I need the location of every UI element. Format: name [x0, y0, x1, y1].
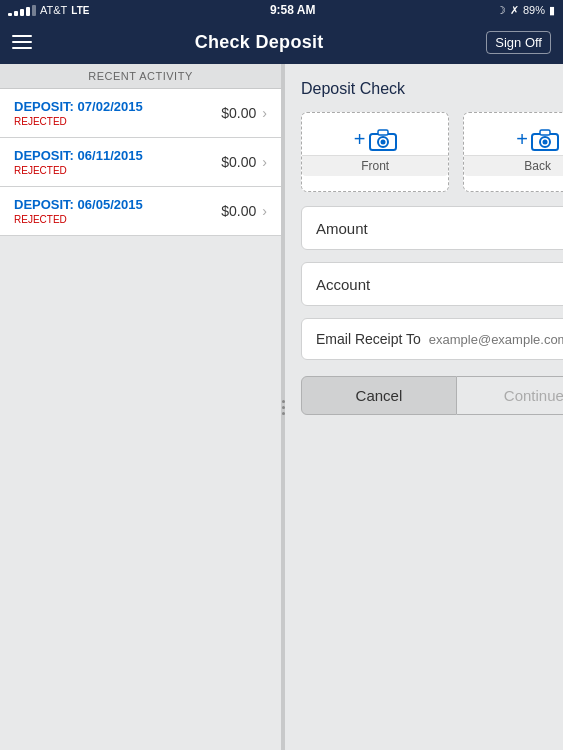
carrier-label: AT&T: [40, 4, 67, 16]
account-field[interactable]: Account ›: [301, 262, 563, 306]
chevron-right-icon: ›: [262, 105, 267, 121]
deposit-status: REJECTED: [14, 214, 143, 225]
deposit-label: DEPOSIT: 06/05/2015: [14, 197, 143, 212]
amount-label: Amount: [316, 220, 368, 237]
deposit-status: REJECTED: [14, 165, 143, 176]
battery-label: 89%: [523, 4, 545, 16]
sign-off-button[interactable]: Sign Off: [486, 31, 551, 54]
status-bar: AT&T LTE 9:58 AM ☽ ✗ 89% ▮: [0, 0, 563, 20]
chevron-right-icon: ›: [262, 154, 267, 170]
front-photo-button[interactable]: + Front: [301, 112, 449, 192]
chevron-right-icon: ›: [262, 203, 267, 219]
svg-rect-6: [540, 130, 550, 135]
svg-point-7: [542, 139, 547, 144]
page-title: Check Deposit: [195, 32, 324, 53]
battery-icon: ▮: [549, 4, 555, 17]
svg-point-3: [380, 139, 385, 144]
menu-button[interactable]: [12, 35, 32, 49]
deposit-label: DEPOSIT: 06/11/2015: [14, 148, 143, 163]
email-receipt-input[interactable]: [429, 332, 563, 347]
deposit-check-title: Deposit Check: [301, 80, 563, 98]
network-type-label: LTE: [71, 5, 89, 16]
front-label: Front: [302, 155, 448, 176]
deposit-status: REJECTED: [14, 116, 143, 127]
status-left: AT&T LTE: [8, 4, 89, 16]
recent-activity-header: Recent Activity: [0, 64, 281, 89]
svg-rect-2: [378, 130, 388, 135]
status-right: ☽ ✗ 89% ▮: [496, 4, 555, 17]
deposit-item[interactable]: DEPOSIT: 07/02/2015 REJECTED $0.00 ›: [0, 89, 281, 138]
deposit-info: DEPOSIT: 06/11/2015 REJECTED: [14, 148, 143, 176]
signal-icon: [8, 5, 36, 16]
deposit-amount-area: $0.00 ›: [221, 203, 267, 219]
amount-field[interactable]: Amount ›: [301, 206, 563, 250]
action-buttons: Cancel Continue: [301, 376, 563, 415]
deposit-amount: $0.00: [221, 154, 256, 170]
deposit-amount-area: $0.00 ›: [221, 154, 267, 170]
left-panel: Recent Activity DEPOSIT: 07/02/2015 REJE…: [0, 64, 282, 750]
account-label: Account: [316, 276, 370, 293]
add-front-photo-icon: +: [354, 128, 397, 151]
back-label: Back: [464, 155, 563, 176]
photo-row: + Front +: [301, 112, 563, 192]
deposit-item[interactable]: DEPOSIT: 06/05/2015 REJECTED $0.00 ›: [0, 187, 281, 236]
deposit-amount: $0.00: [221, 203, 256, 219]
deposit-info: DEPOSIT: 06/05/2015 REJECTED: [14, 197, 143, 225]
camera-icon: [531, 129, 559, 151]
time-display: 9:58 AM: [270, 3, 316, 17]
deposit-item[interactable]: DEPOSIT: 06/11/2015 REJECTED $0.00 ›: [0, 138, 281, 187]
back-photo-button[interactable]: + Back: [463, 112, 563, 192]
camera-icon: [369, 129, 397, 151]
continue-button[interactable]: Continue: [457, 376, 563, 415]
moon-icon: ☽: [496, 4, 506, 17]
add-back-photo-icon: +: [516, 128, 559, 151]
deposit-label: DEPOSIT: 07/02/2015: [14, 99, 143, 114]
main-layout: Recent Activity DEPOSIT: 07/02/2015 REJE…: [0, 64, 563, 750]
email-receipt-row: Email Receipt To: [301, 318, 563, 360]
deposit-info: DEPOSIT: 07/02/2015 REJECTED: [14, 99, 143, 127]
right-panel: Deposit Check + Front +: [285, 64, 563, 750]
deposit-amount-area: $0.00 ›: [221, 105, 267, 121]
bluetooth-icon: ✗: [510, 4, 519, 17]
email-receipt-label: Email Receipt To: [316, 331, 421, 347]
deposit-amount: $0.00: [221, 105, 256, 121]
cancel-button[interactable]: Cancel: [301, 376, 457, 415]
nav-bar: Check Deposit Sign Off: [0, 20, 563, 64]
